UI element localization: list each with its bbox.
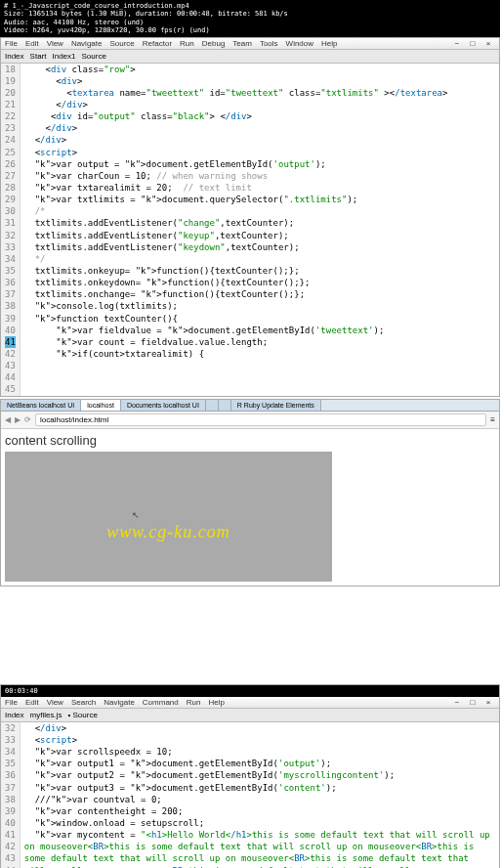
window-controls: − □ × (450, 39, 495, 48)
browser-tab[interactable]: Documents localhost UI (121, 400, 206, 411)
line-gutter-bottom: 3233343536373839404142434445464748495051… (1, 722, 21, 868)
browser-tab-active[interactable]: localhost (81, 400, 121, 411)
close-icon[interactable]: × (481, 39, 495, 48)
browser-tabs[interactable]: NetBeans localhost UI localhost Document… (1, 400, 499, 412)
minimize-icon[interactable]: − (450, 39, 464, 48)
forward-icon[interactable]: ▶ (15, 415, 21, 424)
video-info-overlay: # 1_-_Javascript_code_course_introductio… (0, 0, 500, 37)
menu-command[interactable]: Command (143, 698, 179, 707)
code-content-top[interactable]: <div class="row"> <div> <textarea name="… (21, 64, 499, 396)
menu-run[interactable]: Run (187, 698, 201, 707)
tab-index[interactable]: Index (5, 711, 24, 719)
menu-search[interactable]: Search (71, 698, 96, 707)
back-icon[interactable]: ◀ (5, 415, 11, 424)
video-size: Size: 1365134 bytes (1.30 MiB), duration… (4, 10, 496, 18)
maximize-icon[interactable]: □ (466, 39, 479, 48)
line-gutter-top: 1819202122232425262728293031323334353637… (1, 64, 21, 396)
menu-team[interactable]: Team (232, 39, 252, 48)
reload-icon[interactable]: ⟳ (24, 415, 31, 424)
tab-source[interactable]: • Source (67, 711, 97, 719)
code-editor-top: File Edit View Navigate Source Refactor … (0, 37, 500, 397)
browser-window: NetBeans localhost UI localhost Document… (0, 399, 500, 586)
watermark-text: www.cg-ku.com (106, 521, 230, 542)
menu-help[interactable]: Help (321, 39, 337, 48)
video-filename: # 1_-_Javascript_code_course_introductio… (4, 2, 496, 10)
video-video: Video: h264, yuv420p, 1280x720, 30.00 fp… (4, 26, 496, 34)
tab-source[interactable]: Source (82, 52, 106, 61)
code-editor-bottom: 00:03:40 File Edit View Search Navigate … (0, 684, 500, 869)
menu-view[interactable]: View (47, 39, 63, 48)
menubar-top[interactable]: File Edit View Navigate Source Refactor … (1, 38, 499, 50)
url-bar[interactable]: localhost/index.html (35, 413, 486, 426)
tab-index1[interactable]: Index1 (52, 52, 75, 61)
menu-file[interactable]: File (5, 39, 18, 48)
menu-navigate[interactable]: Navigate (71, 39, 103, 48)
browser-content: content scrolling ↖ www.cg-ku.com (1, 429, 499, 586)
menu-navigate[interactable]: Navigate (104, 698, 135, 707)
page-title: content scrolling (5, 433, 495, 448)
blank-space (0, 586, 500, 684)
cursor-icon: ↖ (132, 510, 140, 520)
minimize-icon[interactable]: − (450, 698, 464, 707)
tab-start[interactable]: Start (30, 52, 47, 61)
close-icon[interactable]: × (481, 698, 495, 707)
menu-edit[interactable]: Edit (25, 698, 39, 707)
browser-tab[interactable] (206, 400, 219, 411)
maximize-icon[interactable]: □ (466, 698, 479, 707)
menu-help[interactable]: Help (208, 698, 224, 707)
menu-edit[interactable]: Edit (25, 39, 39, 48)
tab-index[interactable]: Index (5, 52, 24, 61)
menu-run[interactable]: Run (180, 39, 194, 48)
menu-tools[interactable]: Tools (260, 39, 278, 48)
browser-tab[interactable] (219, 400, 231, 411)
menu-refactor[interactable]: Refactor (143, 39, 172, 48)
browser-toolbar: ◀ ▶ ⟳ localhost/index.html ≡ (1, 412, 499, 429)
scrolling-content-box[interactable]: ↖ www.cg-ku.com (5, 452, 332, 582)
menu-source[interactable]: Source (109, 39, 134, 48)
bottom-timestamp: 00:03:40 (1, 685, 499, 697)
editor-tabbar-top[interactable]: Index Start Index1 Source (1, 50, 499, 64)
editor-tabbar-bottom[interactable]: Index myfiles.js • Source (1, 709, 499, 722)
menu-file[interactable]: File (5, 698, 18, 707)
window-controls: − □ × (450, 698, 495, 707)
menu-window[interactable]: Window (286, 39, 313, 48)
menubar-bottom[interactable]: File Edit View Search Navigate Command R… (1, 697, 499, 709)
code-content-bottom[interactable]: </div> <script> "k">var scrollspeedx = 1… (21, 722, 499, 868)
browser-tab[interactable]: R Ruby Update Elements (231, 400, 321, 411)
browser-tab[interactable]: NetBeans localhost UI (1, 400, 81, 411)
menu-view[interactable]: View (47, 698, 63, 707)
menu-debug[interactable]: Debug (202, 39, 226, 48)
menu-icon[interactable]: ≡ (490, 415, 495, 424)
code-area-top[interactable]: 1819202122232425262728293031323334353637… (1, 64, 499, 396)
video-audio: Audio: aac, 44100 Hz, stereo (und) (4, 19, 496, 26)
bottom-time-label: 00:03:40 (5, 687, 495, 695)
code-area-bottom[interactable]: 3233343536373839404142434445464748495051… (1, 722, 499, 868)
tab-myfiles[interactable]: myfiles.js (30, 711, 62, 719)
